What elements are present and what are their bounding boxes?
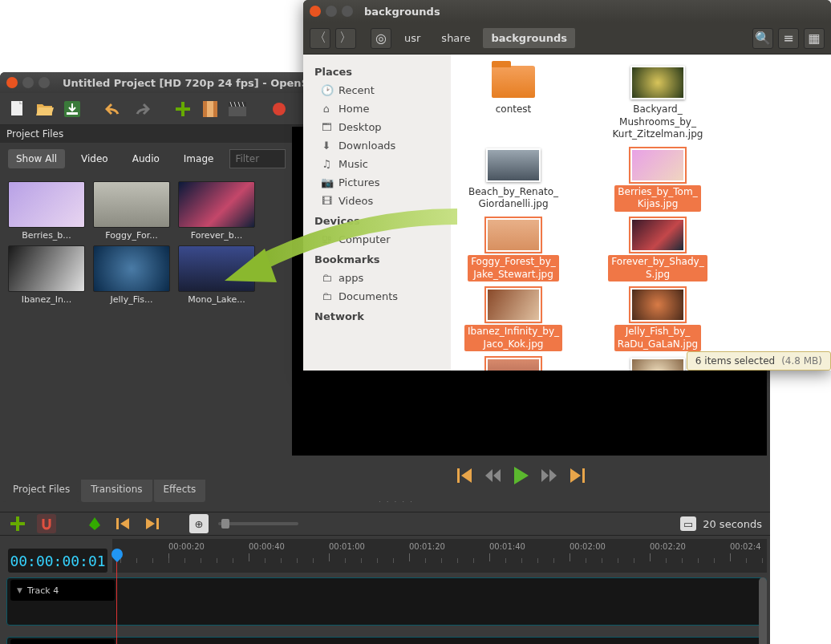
window-minimize-icon[interactable]	[326, 6, 337, 17]
window-close-icon[interactable]	[310, 6, 321, 17]
svg-rect-14	[116, 518, 119, 529]
project-file-item[interactable]: Mono_Lake...	[176, 245, 257, 305]
file-label: Ibanez_In...	[8, 294, 85, 305]
timeline-scrollbar-vertical[interactable]	[759, 577, 767, 644]
file-item[interactable]: Beach_by_Renato_Giordanelli.jpg	[457, 147, 570, 213]
file-item[interactable]: Backyard_Mushrooms_by_Kurt_Zitzelman.jpg	[602, 64, 714, 144]
project-file-item[interactable]: Forever_b...	[176, 181, 257, 241]
import-files-icon[interactable]	[173, 99, 193, 119]
new-project-icon[interactable]	[8, 99, 27, 119]
svg-rect-4	[176, 107, 190, 111]
window-minimize-icon[interactable]	[22, 77, 34, 88]
playhead[interactable]	[116, 550, 117, 644]
project-file-item[interactable]: Berries_b...	[6, 181, 87, 241]
zoom-target-icon[interactable]: ⊕	[189, 514, 209, 533]
filter-input[interactable]	[229, 149, 286, 168]
project-file-item[interactable]: Foggy_For...	[91, 181, 172, 241]
filter-show-all-button[interactable]: Show All	[8, 149, 65, 168]
path-segment-usr[interactable]: usr	[396, 28, 428, 48]
sidebar-item-label: Documents	[338, 290, 398, 302]
sidebar-item-videos[interactable]: 🎞Videos	[303, 192, 451, 210]
sidebar-item-pictures[interactable]: 📷Pictures	[303, 173, 451, 192]
timeline-ruler[interactable]: 00:00:2000:00:4000:01:0000:01:2000:01:40…	[112, 539, 767, 573]
timeline-toolbar: ⊕ ▭ 20 seconds	[0, 512, 770, 536]
open-project-icon[interactable]	[35, 99, 55, 119]
play-icon[interactable]	[513, 467, 529, 488]
prev-marker-icon[interactable]	[114, 514, 133, 533]
timecode-display: 00:00:00:01	[8, 549, 107, 573]
sidebar-item-desktop[interactable]: 🗔Desktop	[303, 118, 451, 136]
add-track-icon[interactable]	[8, 514, 27, 533]
timeline-track-3[interactable]: ▼ Track 3	[6, 637, 767, 644]
openshot-bottom-tabs: Project Files Transitions Effects	[0, 480, 205, 502]
zoom-slider[interactable]	[218, 522, 298, 525]
timeline-track-4[interactable]: ▼ Track 4	[6, 577, 767, 626]
jump-end-icon[interactable]	[570, 468, 586, 486]
folder-item[interactable]: contest	[457, 64, 570, 144]
device-icon: 🖳	[321, 233, 332, 245]
next-marker-icon[interactable]	[143, 514, 162, 533]
redo-icon[interactable]	[132, 99, 151, 119]
sidebar-item-recent[interactable]: 🕑Recent	[303, 81, 451, 99]
sidebar-item-apps[interactable]: 🗀apps	[303, 269, 451, 287]
track-header-3[interactable]: ▼ Track 3	[10, 639, 115, 644]
search-icon[interactable]: 🔍	[752, 28, 773, 49]
disk-icon[interactable]: ◎	[371, 28, 391, 49]
tab-transitions[interactable]: Transitions	[81, 480, 152, 502]
file-item[interactable]: Mono_Lake_by_Angela_Henderson.jpg	[457, 356, 570, 371]
sidebar-item-computer[interactable]: 🖳Computer	[303, 230, 451, 249]
sidebar-item-home[interactable]: ⌂Home	[303, 99, 451, 118]
forward-icon[interactable]	[541, 469, 558, 485]
file-item[interactable]: Ibanez_Infinity_by_Jaco_Kok.jpg	[457, 286, 570, 353]
sidebar-item-documents[interactable]: 🗀Documents	[303, 287, 451, 306]
file-item[interactable]: Berries_by_Tom_Kijas.jpg	[602, 147, 714, 213]
marker-icon[interactable]	[85, 514, 104, 533]
path-segment-backgrounds[interactable]: backgrounds	[483, 28, 575, 48]
window-maximize-icon[interactable]	[342, 6, 353, 17]
record-icon[interactable]	[270, 99, 289, 119]
path-segment-share[interactable]: share	[433, 28, 478, 48]
project-files-label: Project Files	[6, 128, 63, 140]
sidebar-item-downloads[interactable]: ⬇Downloads	[303, 136, 451, 155]
file-label: Jelly_Fis...	[93, 294, 170, 305]
place-icon: 📷	[321, 176, 332, 188]
filter-image-button[interactable]: Image	[176, 149, 222, 168]
thumbnail	[486, 218, 541, 252]
project-file-item[interactable]: Jelly_Fis...	[91, 245, 172, 305]
zoom-snapshot-icon[interactable]: ▭	[680, 516, 696, 531]
sidebar-heading-bookmarks: Bookmarks	[303, 249, 451, 269]
window-close-icon[interactable]	[6, 77, 18, 88]
file-item[interactable]: Jelly_Fish_by_RaDu_GaLaN.jpg	[602, 286, 714, 353]
nav-back-button[interactable]: 〈	[310, 28, 330, 49]
ruler-tick: 00:01:20	[409, 542, 445, 551]
window-maximize-icon[interactable]	[39, 77, 50, 88]
rewind-icon[interactable]	[484, 469, 502, 485]
undo-icon[interactable]	[104, 99, 124, 119]
preview-grip-icon[interactable]: . . . . .	[379, 496, 414, 504]
thumbnail	[178, 245, 255, 292]
file-item[interactable]: Forever_by_Shady_S.jpg	[602, 217, 714, 283]
sidebar-item-label: Computer	[338, 233, 391, 245]
thumbnail	[93, 181, 170, 228]
clapper-icon[interactable]	[228, 99, 247, 119]
svg-rect-10	[457, 468, 460, 483]
bookmark-icon: 🗀	[321, 290, 332, 302]
filter-audio-button[interactable]: Audio	[124, 149, 168, 168]
sidebar-item-music[interactable]: ♫Music	[303, 155, 451, 173]
nav-forward-button[interactable]: 〉	[335, 28, 356, 49]
filmstrip-icon[interactable]	[201, 99, 220, 119]
filter-video-button[interactable]: Video	[73, 149, 116, 168]
thumbnail	[8, 181, 85, 228]
file-item[interactable]: Foggy_Forest_by_Jake_Stewart.jpg	[457, 217, 570, 283]
track-header-4[interactable]: ▼ Track 4	[10, 580, 115, 601]
save-project-icon[interactable]	[63, 99, 82, 119]
snap-icon[interactable]	[37, 514, 56, 533]
project-file-item[interactable]: Ibanez_In...	[6, 245, 87, 305]
tab-project-files[interactable]: Project Files	[3, 480, 79, 502]
chevron-down-icon[interactable]: ▼	[17, 586, 22, 594]
tab-effects[interactable]: Effects	[154, 480, 206, 502]
grid-view-icon[interactable]: ▦	[804, 28, 825, 49]
jump-start-icon[interactable]	[457, 468, 473, 486]
nautilus-files-grid[interactable]: contest Backyard_Mushrooms_by_Kurt_Zitze…	[451, 55, 831, 371]
list-view-icon[interactable]: ≡	[778, 28, 799, 49]
